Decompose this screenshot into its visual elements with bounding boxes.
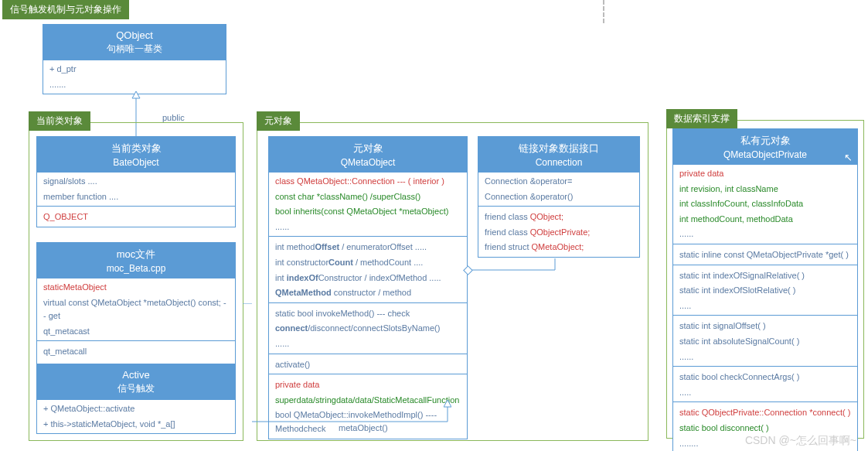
connection-box: 链接对象数据接口 Connection Connection &operator… [478,136,640,258]
bate-item: Q_OBJECT [43,210,229,225]
conn-item: Connection &operator() [485,190,633,205]
conn-item: friend class QObject; [485,210,633,225]
moc-item: staticMetaObject [43,280,229,296]
active-title: Active [40,369,232,381]
qmeta-item: bool inherits(const QMetaObject *metaObj… [275,204,461,220]
qmetaobject-subtitle: QMetaObject [272,157,464,168]
qmetaprivate-body: private data int revision, int className… [673,165,857,451]
qmeta-item: int methodOffset / enumeratorOffset ....… [275,240,461,255]
moc-body: staticMetaObject virtual const QMetaObje… [37,278,235,377]
active-box: Active 信号触发 + QMetaObject::activate + th… [36,364,236,434]
qobject-title: QObject [46,29,223,41]
bate-item: member function .... [43,190,229,205]
qmeta-item: ...... [275,337,461,352]
qmeta-item: static bool invokeMethod() --- check [275,306,461,322]
active-item: + QMetaObject::activate [43,401,229,417]
priv-item: private data [679,166,851,182]
moc-subtitle: moc_Beta.cpp [40,263,232,274]
group-idx-tag: 数据索引支撑 [666,109,737,128]
metaobject-label: metaObject() [339,423,388,432]
bateobject-box: 当前类对象 BateObject signal/slots .... membe… [36,136,236,227]
qmeta-item: private data [275,378,461,393]
bateobject-header: 当前类对象 BateObject [37,137,235,173]
conn-item: Connection &operator= [485,174,633,190]
qmeta-item: int indexOfConstructor / indexOfMethod .… [275,271,461,286]
priv-item: static int indexOfSlotRelative( ) [679,283,851,299]
priv-item: ..... [679,385,851,401]
qobject-subtitle: 句柄唯一基类 [46,43,223,56]
main-title-tag: 信号触发机制与元对象操作 [2,0,129,19]
qobject-header: QObject 句柄唯一基类 [43,25,226,60]
qmetaprivate-title: 私有元对象 [676,134,854,148]
connection-title: 链接对象数据接口 [482,142,636,155]
priv-item: int revision, int className [679,182,851,197]
qmetaobject-title: 元对象 [272,142,464,155]
priv-item: ..... [679,299,851,314]
active-subtitle: 信号触发 [40,382,232,395]
qmetaobject-body: class QMetaObject::Connection --- ( inte… [269,173,467,439]
moc-header: moc文件 moc_Beta.cpp [37,243,235,278]
qmetaprivate-box: 私有元对象 QMetaObjectPrivate ↖ private data … [672,128,858,451]
priv-item: int classInfoCount, classInfoData [679,196,851,212]
priv-item: static int signalOffset( ) [679,319,851,334]
qmeta-item: QMetaMethod constructor / method [275,285,461,301]
qmeta-item: class QMetaObject::Connection --- ( inte… [275,174,461,190]
qmeta-item: activate() [275,357,461,373]
bate-item: signal/slots .... [43,174,229,190]
active-item: + this->staticMetaObject, void *_a[] [43,417,229,432]
moc-item: qt_metacall [43,344,229,360]
priv-item: ...... [679,350,851,365]
priv-item: static int indexOfSignalRelative( ) [679,268,851,284]
bateobject-body: signal/slots .... member function .... Q… [37,173,235,227]
priv-item: static QObjectPrivate::Connection *conne… [679,405,851,421]
qmeta-item: ...... [275,220,461,235]
vertical-divider [603,0,604,23]
bateobject-title: 当前类对象 [40,142,232,155]
qmetaprivate-subtitle: QMetaObjectPrivate [676,149,854,160]
connection-header: 链接对象数据接口 Connection [478,137,639,173]
qmeta-item: superdata/stringdata/data/StaticMetacall… [275,393,461,408]
active-body: + QMetaObject::activate + this->staticMe… [37,400,235,433]
qmetaobject-header: 元对象 QMetaObject [269,137,467,173]
cursor-icon: ↖ [844,152,853,163]
group-meta-tag: 元对象 [257,111,300,131]
connection-subtitle: Connection [482,157,636,168]
qmeta-item: const char *className() /superClass() [275,190,461,205]
bateobject-subtitle: BateObject [40,157,232,168]
connection-body: Connection &operator= Connection &operat… [478,173,639,257]
group-current-tag: 当前类对象 [29,111,90,131]
priv-item: static int absoluteSignalCount( ) [679,334,851,350]
conn-item: friend struct QMetaObject; [485,240,633,255]
qobject-box: QObject 句柄唯一基类 + d_ptr ....... [43,24,226,94]
qobject-body: + d_ptr ....... [43,60,226,94]
public-label: public [162,113,185,122]
qmetaobject-box: 元对象 QMetaObject class QMetaObject::Conne… [268,136,468,439]
priv-item: static bool checkConnectArgs( ) [679,370,851,385]
priv-item: static inline const QMetaObjectPrivate *… [679,248,851,263]
priv-item: int methodCount, methodData [679,212,851,227]
qobject-item: + d_ptr [49,62,220,77]
moc-item: qt_metacast [43,324,229,340]
qmeta-item: connect/disconnect/connectSlotsByName() [275,321,461,337]
qobject-item: ....... [49,77,220,93]
qmetaprivate-header: 私有元对象 QMetaObjectPrivate ↖ [673,129,857,165]
priv-item: ...... [679,227,851,242]
moc-title: moc文件 [40,248,232,261]
moc-box: moc文件 moc_Beta.cpp staticMetaObject virt… [36,242,236,378]
moc-item: virtual const QMetaObject *metaObject() … [43,296,229,324]
qmeta-item: int constructorCount / methodCount .... [275,255,461,271]
conn-item: friend class QObjectPrivate; [485,225,633,241]
watermark: CSDN @~怎么回事啊~ [745,434,856,448]
active-header: Active 信号触发 [37,364,235,400]
